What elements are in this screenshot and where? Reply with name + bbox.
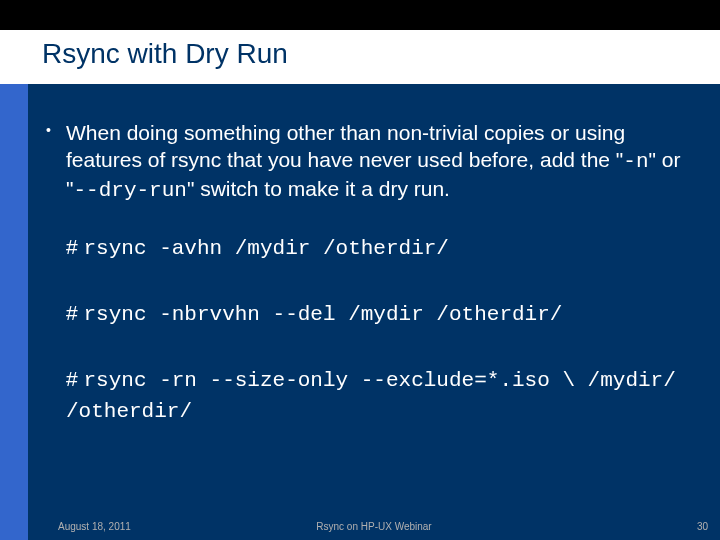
footer-page-number: 30: [697, 521, 708, 532]
command-text: rsync -rn --size-only --exclude=*.iso \ …: [66, 369, 676, 422]
hash-prompt: #: [66, 301, 84, 324]
bullet-post: " switch to make it a dry run.: [187, 177, 450, 200]
footer-title: Rsync on HP-UX Webinar: [28, 521, 720, 532]
content-area: When doing something other than non-triv…: [28, 84, 720, 514]
hash-prompt: #: [66, 235, 84, 258]
top-bar: [0, 0, 720, 30]
slide: Rsync with Dry Run When doing something …: [0, 0, 720, 540]
command-text: rsync -nbrvvhn --del /mydir /otherdir/: [84, 303, 563, 326]
command-example-2: # rsync -nbrvvhn --del /mydir /otherdir/: [28, 299, 720, 329]
command-example-3: # rsync -rn --size-only --exclude=*.iso …: [28, 365, 720, 426]
flag-n: -n: [623, 150, 648, 173]
title-block: Rsync with Dry Run: [0, 30, 720, 84]
bullet-item: When doing something other than non-triv…: [28, 120, 720, 205]
bullet-text: When doing something other than non-triv…: [66, 121, 681, 200]
slide-title: Rsync with Dry Run: [42, 38, 288, 70]
footer: August 18, 2011 Rsync on HP-UX Webinar 3…: [28, 514, 720, 540]
flag-dry-run: --dry-run: [73, 179, 186, 202]
command-text: rsync -avhn /mydir /otherdir/: [84, 237, 449, 260]
left-accent-bar: [0, 84, 28, 540]
hash-prompt: #: [66, 367, 84, 390]
bullet-pre: When doing something other than non-triv…: [66, 121, 625, 171]
command-example-1: # rsync -avhn /mydir /otherdir/: [28, 233, 720, 263]
